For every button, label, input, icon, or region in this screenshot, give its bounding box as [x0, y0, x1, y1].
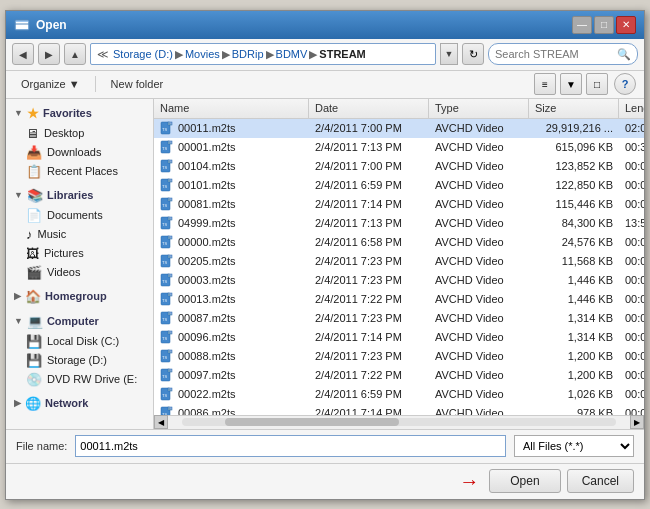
table-row[interactable]: TS 00022.m2ts 2/4/2011 6:59 PM AVCHD Vid… — [154, 385, 644, 404]
file-name: TS 00104.m2ts — [154, 158, 309, 174]
open-button[interactable]: Open — [489, 469, 560, 493]
path-segment-bdmv[interactable]: BDMV — [276, 48, 308, 60]
filename-label: File name: — [16, 440, 67, 452]
filename-input[interactable] — [75, 435, 506, 457]
file-type: AVCHD Video — [429, 273, 529, 287]
col-header-length[interactable]: Length — [619, 99, 644, 118]
sidebar-item-storage-d[interactable]: 💾 Storage (D:) — [6, 351, 153, 370]
file-type: AVCHD Video — [429, 254, 529, 268]
file-date: 2/4/2011 7:23 PM — [309, 311, 429, 325]
sidebar-header-homegroup[interactable]: ▶ 🏠 Homegroup — [6, 286, 153, 307]
file-size: 1,314 KB — [529, 311, 619, 325]
file-name: TS 00096.m2ts — [154, 329, 309, 345]
file-name: TS 00011.m2ts — [154, 120, 309, 136]
table-row[interactable]: TS 00088.m2ts 2/4/2011 7:23 PM AVCHD Vid… — [154, 347, 644, 366]
table-row[interactable]: TS 00097.m2ts 2/4/2011 7:22 PM AVCHD Vid… — [154, 366, 644, 385]
path-segment-bdrip[interactable]: BDRip — [232, 48, 264, 60]
help-button[interactable]: ? — [614, 73, 636, 95]
file-size: 123,852 KB — [529, 159, 619, 173]
col-header-type[interactable]: Type — [429, 99, 529, 118]
new-folder-button[interactable]: New folder — [104, 75, 171, 93]
recent-icon: 📋 — [26, 164, 42, 179]
window-icon — [14, 17, 30, 33]
col-header-size[interactable]: Size — [529, 99, 619, 118]
file-type: AVCHD Video — [429, 140, 529, 154]
organize-button[interactable]: Organize ▼ — [14, 75, 87, 93]
sidebar-item-music[interactable]: ♪ Music — [6, 225, 153, 244]
sidebar-item-recent[interactable]: 📋 Recent Places — [6, 162, 153, 181]
table-row[interactable]: TS 04999.m2ts 2/4/2011 7:13 PM AVCHD Vid… — [154, 214, 644, 233]
table-row[interactable]: TS 00086.m2ts 2/4/2011 7:14 PM AVCHD Vid… — [154, 404, 644, 415]
file-size: 1,446 KB — [529, 273, 619, 287]
hscroll-right[interactable]: ▶ — [630, 415, 644, 429]
file-type: AVCHD Video — [429, 178, 529, 192]
table-row[interactable]: TS 00001.m2ts 2/4/2011 7:13 PM AVCHD Vid… — [154, 138, 644, 157]
path-segment-movies[interactable]: Movies — [185, 48, 220, 60]
hscroll-thumb[interactable] — [225, 418, 399, 426]
path-dropdown-button[interactable]: ▼ — [440, 43, 458, 65]
file-length: 00:0:1 — [619, 273, 644, 287]
sidebar-header-computer[interactable]: ▼ 💻 Computer — [6, 311, 153, 332]
view-button-large[interactable]: □ — [586, 73, 608, 95]
refresh-button[interactable]: ↻ — [462, 43, 484, 65]
table-row[interactable]: TS 00081.m2ts 2/4/2011 7:14 PM AVCHD Vid… — [154, 195, 644, 214]
search-input[interactable] — [495, 48, 613, 60]
sidebar-header-libraries[interactable]: ▼ 📚 Libraries — [6, 185, 153, 206]
sidebar-item-downloads[interactable]: 📥 Downloads — [6, 143, 153, 162]
search-icon: 🔍 — [617, 48, 631, 61]
sidebar-item-videos[interactable]: 🎬 Videos — [6, 263, 153, 282]
hscroll-left[interactable]: ◀ — [154, 415, 168, 429]
table-row[interactable]: TS 00096.m2ts 2/4/2011 7:14 PM AVCHD Vid… — [154, 328, 644, 347]
view-button-details[interactable]: ≡ — [534, 73, 556, 95]
back-button[interactable]: ◀ — [12, 43, 34, 65]
sidebar: ▼ ★ Favorites 🖥 Desktop 📥 Downloads 📋 Re… — [6, 99, 154, 429]
file-name: TS 00003.m2ts — [154, 272, 309, 288]
table-row[interactable]: TS 00011.m2ts 2/4/2011 7:00 PM AVCHD Vid… — [154, 119, 644, 138]
minimize-button[interactable]: — — [572, 16, 592, 34]
toolbar-separator-1 — [95, 76, 96, 92]
svg-rect-1 — [16, 22, 28, 29]
sidebar-header-network[interactable]: ▶ 🌐 Network — [6, 393, 153, 414]
path-segment-stream[interactable]: STREAM — [319, 48, 365, 60]
svg-text:TS: TS — [162, 241, 167, 246]
documents-icon: 📄 — [26, 208, 42, 223]
view-button-icons[interactable]: ▼ — [560, 73, 582, 95]
file-rows: TS 00011.m2ts 2/4/2011 7:00 PM AVCHD Vid… — [154, 119, 644, 415]
file-length: 00:0:1 — [619, 368, 644, 382]
forward-button[interactable]: ▶ — [38, 43, 60, 65]
path-segment-storage[interactable]: Storage (D:) — [113, 48, 173, 60]
table-row[interactable]: TS 00003.m2ts 2/4/2011 7:23 PM AVCHD Vid… — [154, 271, 644, 290]
file-size: 1,314 KB — [529, 330, 619, 344]
homegroup-icon: 🏠 — [25, 289, 41, 304]
desktop-icon: 🖥 — [26, 126, 39, 141]
address-path[interactable]: ≪ Storage (D:) ▶ Movies ▶ BDRip ▶ BDMV ▶… — [90, 43, 436, 65]
filetype-select[interactable]: All Files (*.*) — [514, 435, 634, 457]
svg-text:TS: TS — [162, 393, 167, 398]
sidebar-header-favorites[interactable]: ▼ ★ Favorites — [6, 103, 153, 124]
file-length: 00:0:4 — [619, 178, 644, 192]
col-header-name[interactable]: Name — [154, 99, 309, 118]
up-button[interactable]: ▲ — [64, 43, 86, 65]
sidebar-item-pictures[interactable]: 🖼 Pictures — [6, 244, 153, 263]
network-icon: 🌐 — [25, 396, 41, 411]
table-row[interactable]: TS 00013.m2ts 2/4/2011 7:22 PM AVCHD Vid… — [154, 290, 644, 309]
table-row[interactable]: TS 00205.m2ts 2/4/2011 7:23 PM AVCHD Vid… — [154, 252, 644, 271]
col-header-date[interactable]: Date — [309, 99, 429, 118]
address-bar: ◀ ▶ ▲ ≪ Storage (D:) ▶ Movies ▶ BDRip ▶ … — [6, 39, 644, 71]
sidebar-item-dvd-rw[interactable]: 💿 DVD RW Drive (E: — [6, 370, 153, 389]
sidebar-item-local-disk[interactable]: 💾 Local Disk (C:) — [6, 332, 153, 351]
table-row[interactable]: TS 00087.m2ts 2/4/2011 7:23 PM AVCHD Vid… — [154, 309, 644, 328]
file-size: 1,200 KB — [529, 349, 619, 363]
table-row[interactable]: TS 00000.m2ts 2/4/2011 6:58 PM AVCHD Vid… — [154, 233, 644, 252]
file-size: 11,568 KB — [529, 254, 619, 268]
close-button[interactable]: ✕ — [616, 16, 636, 34]
table-row[interactable]: TS 00104.m2ts 2/4/2011 7:00 PM AVCHD Vid… — [154, 157, 644, 176]
maximize-button[interactable]: □ — [594, 16, 614, 34]
sidebar-item-documents[interactable]: 📄 Documents — [6, 206, 153, 225]
file-type: AVCHD Video — [429, 406, 529, 415]
table-row[interactable]: TS 00101.m2ts 2/4/2011 6:59 PM AVCHD Vid… — [154, 176, 644, 195]
cancel-button[interactable]: Cancel — [567, 469, 634, 493]
horizontal-scrollbar[interactable]: ◀ ▶ — [154, 415, 644, 429]
file-name: TS 00086.m2ts — [154, 405, 309, 415]
sidebar-item-desktop[interactable]: 🖥 Desktop — [6, 124, 153, 143]
